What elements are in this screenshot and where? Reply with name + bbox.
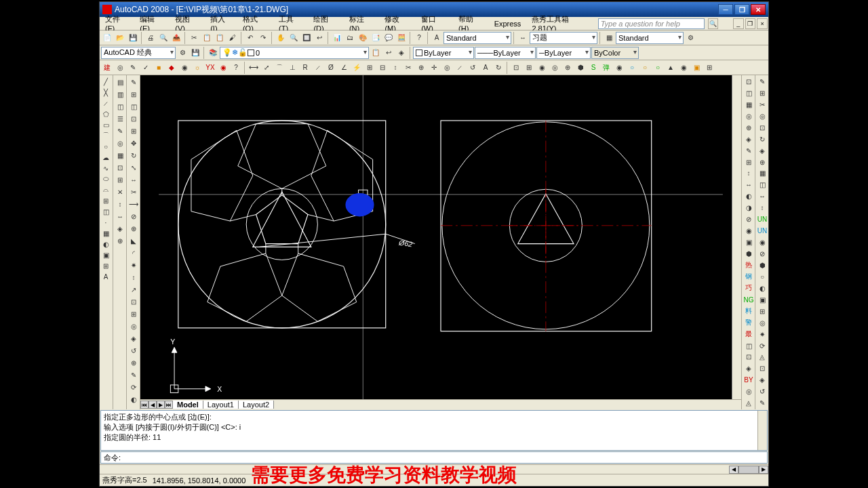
pline-button[interactable]: ⟋: [100, 98, 111, 108]
tb2-6[interactable]: ◎: [114, 137, 126, 149]
r1-17[interactable]: 热: [743, 260, 755, 271]
tablestyle-dropdown[interactable]: Standard: [616, 32, 684, 44]
dim-quick-button[interactable]: ⚡: [351, 62, 363, 74]
r1-29[interactable]: ◬: [743, 397, 755, 409]
r2-20[interactable]: ▣: [756, 294, 768, 306]
calc-button[interactable]: 🧮: [395, 32, 408, 44]
r1-22[interactable]: 警: [743, 317, 755, 329]
r2-24[interactable]: ⟳: [756, 340, 768, 352]
undo-button[interactable]: ↶: [244, 32, 256, 44]
r2-15[interactable]: ◉: [756, 237, 768, 248]
yx-b[interactable]: ⊞: [523, 62, 535, 74]
yx-i[interactable]: ◉: [613, 62, 625, 74]
r1-20[interactable]: NG: [743, 294, 755, 306]
hscroll-left-button[interactable]: ◀: [729, 466, 738, 474]
pan-button[interactable]: ✋: [275, 32, 287, 44]
cmd-scrollbar[interactable]: [757, 411, 767, 450]
erase-button[interactable]: ✎: [127, 76, 140, 88]
hatch-button[interactable]: ▦: [100, 228, 111, 239]
drawing-canvas[interactable]: Ø62: [140, 75, 741, 399]
r1-27[interactable]: BY: [743, 374, 755, 386]
help-search-input[interactable]: Type a question for help: [598, 18, 705, 29]
chamfer-button[interactable]: ◣: [127, 235, 140, 247]
mod-b[interactable]: ↗: [127, 283, 140, 296]
yx-tool-11[interactable]: ?: [230, 62, 242, 74]
hscroll-thumb[interactable]: [738, 466, 759, 474]
yx-d[interactable]: ◎: [549, 62, 561, 74]
r2-12[interactable]: ↕: [756, 202, 768, 214]
gradient-button[interactable]: ◐: [100, 239, 111, 249]
r2-7[interactable]: ◈: [756, 145, 768, 157]
zoom-previous-button[interactable]: ↩: [313, 32, 326, 44]
r2-6[interactable]: ↻: [756, 134, 768, 145]
linetype-dropdown[interactable]: ─── ByLayer: [475, 47, 536, 59]
yx-f[interactable]: ⬢: [574, 62, 587, 74]
r1-23[interactable]: 最: [743, 329, 755, 340]
tab-layout1[interactable]: Layout1: [203, 401, 239, 409]
zoom-window-button[interactable]: 🔲: [300, 32, 313, 44]
tab-last-button[interactable]: ⏭: [165, 401, 173, 409]
trim-button[interactable]: ✂: [127, 186, 140, 198]
tb2-12[interactable]: ↔: [114, 210, 126, 222]
canvas-hscrollbar[interactable]: [274, 401, 741, 409]
tab-layout2[interactable]: Layout2: [239, 401, 274, 409]
properties-button[interactable]: 📊: [331, 32, 343, 44]
ellipse-arc-button[interactable]: ⌓: [100, 184, 111, 195]
dim-space-button[interactable]: ↕: [389, 62, 401, 74]
insert-block-button[interactable]: ⊞: [100, 195, 111, 206]
tab-next-button[interactable]: ▶: [157, 401, 165, 409]
tb2-13[interactable]: ◈: [114, 222, 126, 235]
dim-diameter-button[interactable]: Ø: [325, 62, 337, 74]
print-button[interactable]: 🖨: [144, 32, 157, 44]
maximize-button[interactable]: ❐: [734, 4, 749, 15]
table-button[interactable]: ⊞: [100, 260, 111, 271]
dim-linear-button[interactable]: ⟷: [248, 62, 260, 74]
plotstyle-dropdown[interactable]: ByColor: [591, 47, 639, 59]
hscroll-right-button[interactable]: ▶: [759, 466, 768, 474]
command-history[interactable]: 指定正多边形的中心点或 [边(E)]: 输入选项 [内接于圆(I)/外切于圆(C…: [100, 410, 768, 451]
r1-8[interactable]: ⊞: [743, 157, 755, 168]
arc-button[interactable]: ⌒: [100, 130, 111, 141]
rectangle-button[interactable]: ▭: [100, 119, 111, 130]
r2-11[interactable]: ↔: [756, 190, 768, 202]
r2-22[interactable]: ◎: [756, 317, 768, 329]
r2-23[interactable]: ✷: [756, 329, 768, 340]
doc-close-button[interactable]: ×: [757, 18, 768, 29]
yx-tool-6[interactable]: ◆: [165, 62, 178, 74]
r2-14[interactable]: UN: [756, 225, 768, 237]
mod-i[interactable]: ✎: [127, 369, 140, 381]
circle-button[interactable]: ○: [100, 141, 111, 152]
yx-m[interactable]: ▲: [665, 62, 677, 74]
r1-6[interactable]: ◈: [743, 134, 755, 145]
point-button[interactable]: ·: [100, 217, 111, 228]
dim-arc-button[interactable]: ⌒: [273, 62, 285, 74]
textstyle-icon[interactable]: A: [431, 32, 443, 44]
r1-18[interactable]: 钢: [743, 271, 755, 283]
tb2-10[interactable]: ✕: [114, 186, 126, 198]
mod-d[interactable]: ⊞: [127, 308, 140, 320]
r2-1[interactable]: ✎: [756, 76, 768, 87]
join-button[interactable]: ⊕: [127, 222, 140, 235]
yx-a[interactable]: ⊡: [510, 62, 522, 74]
mod-j[interactable]: ⟳: [127, 381, 140, 393]
yx-e[interactable]: ⊕: [561, 62, 574, 74]
yx-tool-8[interactable]: ☼: [191, 62, 203, 74]
save-button[interactable]: 💾: [127, 32, 139, 44]
dim-jogged-button[interactable]: ⟋: [312, 62, 324, 74]
dim-angular-button[interactable]: ∠: [338, 62, 350, 74]
canvas-vscrollbar[interactable]: [732, 75, 741, 399]
tb2-4[interactable]: ☰: [114, 113, 126, 125]
tab-model[interactable]: Model: [173, 401, 203, 409]
polygon-button[interactable]: ⬠: [100, 108, 111, 119]
tab-first-button[interactable]: ⏮: [140, 401, 149, 409]
mirror-button[interactable]: ◫: [127, 100, 140, 113]
r1-4[interactable]: ◎: [743, 110, 755, 122]
stretch-button[interactable]: ↔: [127, 174, 140, 186]
workspace-dropdown[interactable]: AutoCAD 经典: [101, 47, 176, 59]
move-button[interactable]: ✥: [127, 137, 140, 149]
r1-2[interactable]: ◫: [743, 87, 755, 99]
mtext-button[interactable]: A: [100, 271, 111, 282]
yx-p[interactable]: ⊞: [703, 62, 715, 74]
yx-tool-5[interactable]: ■: [153, 62, 165, 74]
r1-10[interactable]: ↔: [743, 179, 755, 190]
